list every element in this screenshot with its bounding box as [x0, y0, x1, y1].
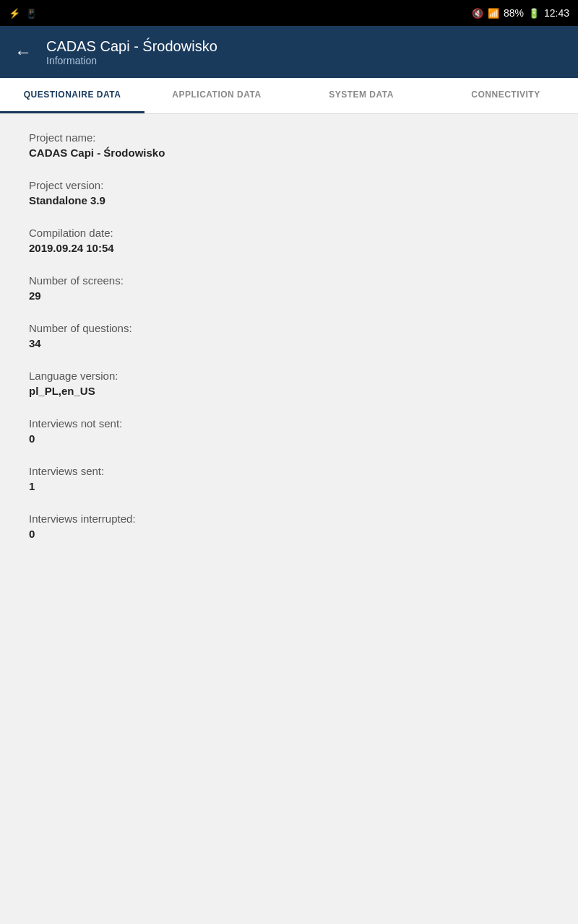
info-block: Interviews interrupted:0 — [29, 513, 549, 540]
info-block: Project name:CADAS Capi - Środowisko — [29, 131, 549, 159]
info-block: Interviews not sent:0 — [29, 417, 549, 445]
app-bar-title: CADAS Capi - Środowisko — [46, 38, 217, 55]
mute-icon — [472, 7, 483, 19]
info-value: CADAS Capi - Środowisko — [29, 147, 549, 159]
status-bar-left — [9, 8, 37, 19]
battery-level: 88% — [504, 7, 524, 19]
app-bar-text: CADAS Capi - Środowisko Information — [46, 38, 217, 66]
info-block: Number of screens:29 — [29, 274, 549, 302]
info-value: Standalone 3.9 — [29, 194, 549, 206]
tab-system-data[interactable]: SYSTEM DATA — [289, 78, 434, 113]
back-button[interactable]: ← — [12, 39, 35, 65]
status-bar: 88% 12:43 — [0, 0, 578, 26]
info-label: Interviews interrupted: — [29, 513, 549, 525]
info-label: Project name: — [29, 131, 549, 144]
info-label: Compilation date: — [29, 227, 549, 239]
status-bar-right: 88% 12:43 — [472, 7, 569, 19]
info-block: Project version:Standalone 3.9 — [29, 179, 549, 206]
info-value: 1 — [29, 480, 549, 492]
info-label: Number of screens: — [29, 274, 549, 287]
tab-connectivity[interactable]: CONNECTIVITY — [434, 78, 578, 113]
info-value: pl_PL,en_US — [29, 385, 549, 397]
battery-icon — [528, 7, 540, 19]
usb-icon — [9, 8, 20, 19]
clock: 12:43 — [544, 7, 569, 19]
info-block: Compilation date:2019.09.24 10:54 — [29, 227, 549, 254]
info-block: Language version:pl_PL,en_US — [29, 370, 549, 397]
info-block: Interviews sent:1 — [29, 465, 549, 492]
info-value: 0 — [29, 432, 549, 445]
info-value: 0 — [29, 528, 549, 540]
info-value: 2019.09.24 10:54 — [29, 242, 549, 254]
tab-questionaire-data[interactable]: QUESTIONAIRE DATA — [0, 78, 144, 113]
app-bar: ← CADAS Capi - Środowisko Information — [0, 26, 578, 78]
info-label: Number of questions: — [29, 322, 549, 334]
info-label: Interviews not sent: — [29, 417, 549, 430]
content-area: Project name:CADAS Capi - ŚrodowiskoProj… — [0, 114, 578, 920]
phone-icon — [26, 8, 37, 19]
tab-bar: QUESTIONAIRE DATA APPLICATION DATA SYSTE… — [0, 78, 578, 114]
app-bar-subtitle: Information — [46, 55, 217, 66]
back-icon: ← — [14, 42, 32, 62]
wifi-icon — [488, 7, 499, 19]
info-label: Interviews sent: — [29, 465, 549, 477]
info-value: 29 — [29, 289, 549, 302]
info-block: Number of questions:34 — [29, 322, 549, 349]
info-label: Project version: — [29, 179, 549, 191]
info-label: Language version: — [29, 370, 549, 382]
tab-application-data[interactable]: APPLICATION DATA — [144, 78, 289, 113]
info-value: 34 — [29, 337, 549, 349]
